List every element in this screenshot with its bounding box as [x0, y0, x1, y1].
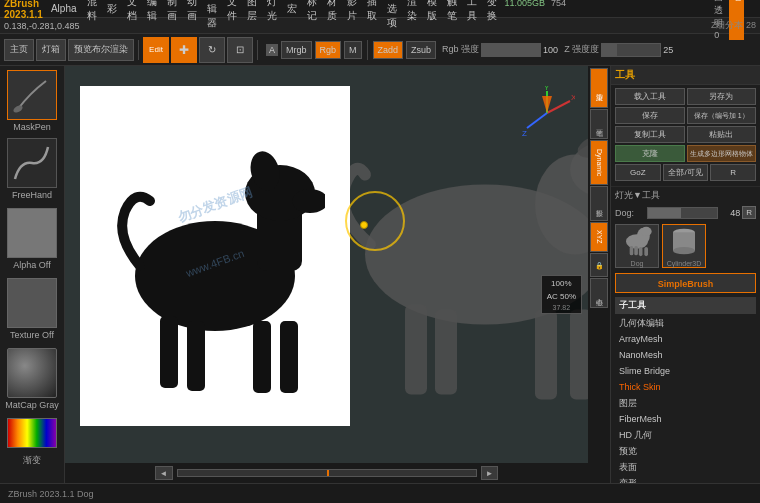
texture-selector[interactable]: Texture Off: [3, 278, 61, 340]
nano-mesh-item[interactable]: NanoMesh: [615, 347, 756, 363]
main-layout: MaskPen FreeHand Alpha Off Texture Off M…: [0, 66, 760, 483]
brush-preview[interactable]: [7, 70, 57, 120]
hd-geo-item[interactable]: HD 几何: [615, 427, 756, 443]
matcap-preview[interactable]: [7, 348, 57, 398]
z-intensity-slider[interactable]: [601, 43, 661, 57]
top-bar-item[interactable]: 触笔: [445, 0, 459, 23]
render-side-btn[interactable]: 渲染: [590, 68, 608, 108]
dog-thumb-label: Dog: [631, 260, 644, 267]
brush-selector[interactable]: MaskPen: [3, 70, 61, 132]
lock-side-btn[interactable]: 🔒: [590, 253, 608, 277]
save-btn[interactable]: 保存: [615, 107, 685, 124]
lightbox-tab[interactable]: 灯箱: [36, 39, 66, 61]
zoom-100-btn[interactable]: 100%: [546, 278, 577, 289]
scale-icon[interactable]: ⊡: [227, 37, 253, 63]
top-bar-item[interactable]: 影片: [345, 0, 359, 23]
quicksave-btn[interactable]: QuickSave: [665, 0, 709, 40]
top-bar-item[interactable]: Alpha: [49, 3, 79, 14]
zadd-btn[interactable]: Zadd: [373, 41, 404, 59]
save-numbered-btn[interactable]: 保存（编号加 1）: [687, 107, 757, 124]
m-btn[interactable]: M: [344, 41, 362, 59]
top-bar-item[interactable]: 渲染: [405, 0, 419, 23]
top-bar-item[interactable]: 工具: [465, 0, 479, 23]
viewport-overlay-icons: [87, 66, 91, 70]
dog-tool-thumb[interactable]: Dog: [615, 224, 659, 268]
top-bar-item[interactable]: 编辑: [145, 0, 159, 23]
save-as-btn[interactable]: 另存为: [687, 88, 757, 105]
top-bar-item[interactable]: 文档: [125, 0, 139, 23]
copy-tool-btn[interactable]: 复制工具: [615, 126, 685, 143]
move-icon[interactable]: ✚: [171, 37, 197, 63]
dynamic-side-btn[interactable]: Dynamic: [590, 140, 608, 185]
top-bar-item[interactable]: 插取: [365, 0, 379, 23]
top-bar-item[interactable]: 变换: [485, 0, 499, 23]
preview-render-tab[interactable]: 预览布尔渲染: [68, 39, 134, 61]
left-panel: MaskPen FreeHand Alpha Off Texture Off M…: [0, 66, 65, 483]
stroke-selector[interactable]: FreeHand: [3, 138, 61, 200]
top-bar-item[interactable]: 混料: [85, 0, 99, 23]
surface-item[interactable]: 表面: [615, 459, 756, 475]
viewport-bottom-bar: ◄ ►: [65, 463, 588, 483]
layers-item[interactable]: 图层: [615, 395, 756, 411]
rgb-btn[interactable]: Rgb: [315, 41, 342, 59]
timeline-bar[interactable]: [177, 469, 477, 477]
top-bar-item[interactable]: 模版: [425, 0, 439, 23]
top-bar-item[interactable]: 图层: [245, 0, 259, 23]
vp-btn-2[interactable]: ►: [481, 466, 499, 480]
cylinder-tool-thumb[interactable]: Cylinder3D: [662, 224, 706, 268]
import-tool-btn[interactable]: 载入工具: [615, 88, 685, 105]
texture-preview[interactable]: [7, 278, 57, 328]
top-bar-item[interactable]: 动画: [185, 0, 199, 23]
r-btn-slider[interactable]: R: [742, 206, 756, 219]
geo-edit-item[interactable]: 几何体编辑: [615, 315, 756, 331]
xyz-side-btn[interactable]: XYZ: [590, 222, 608, 252]
goz-btn[interactable]: GoZ: [615, 164, 661, 181]
simple-brush-btn[interactable]: SimpleBrush: [615, 273, 756, 293]
alpha-selector[interactable]: Alpha Off: [3, 208, 61, 270]
dog-slider[interactable]: [647, 207, 718, 219]
stroke-preview[interactable]: [7, 138, 57, 188]
top-bar-item[interactable]: 首选项: [385, 0, 399, 30]
fiber-mesh-item[interactable]: FiberMesh: [615, 411, 756, 427]
deformation-item[interactable]: 变形: [615, 475, 756, 483]
edit-icon[interactable]: Edit: [143, 37, 169, 63]
projection-side-btn[interactable]: 投影: [590, 186, 608, 221]
zoom-indicator[interactable]: 100% AC 50% 37.82: [541, 275, 582, 314]
center-side-btn[interactable]: 中心点: [590, 278, 608, 308]
stroke-side-btn[interactable]: 笔画: [590, 109, 608, 139]
clone-btn[interactable]: 克隆: [615, 145, 685, 162]
vp-btn-1[interactable]: ◄: [155, 466, 173, 480]
mrgb-btn[interactable]: Mrgb: [281, 41, 312, 59]
generate-mesh-btn[interactable]: 生成多边形网格物体: [687, 145, 757, 162]
top-bar-item[interactable]: 材质: [325, 0, 339, 23]
top-bar-item[interactable]: 文件: [225, 0, 239, 23]
matcap-selector[interactable]: MatCap Gray: [3, 348, 61, 410]
top-bar-item[interactable]: 标记: [305, 0, 319, 23]
status-text: ZBrush 2023.1.1 Dog: [8, 489, 94, 499]
slime-bridge-item[interactable]: Slime Bridge: [615, 363, 756, 379]
gradient-selector[interactable]: [7, 418, 57, 448]
all-visible-btn[interactable]: 全部/可见: [663, 164, 709, 181]
zoom-50-btn[interactable]: AC 50%: [546, 291, 577, 302]
top-bar-item[interactable]: 灯光: [265, 0, 279, 23]
alpha-preview[interactable]: [7, 208, 57, 258]
r-btn-top[interactable]: R: [710, 164, 756, 181]
preview-item[interactable]: 预览: [615, 443, 756, 459]
clone-row: 克隆 生成多边形网格物体: [615, 145, 756, 162]
rgb-intensity-slider[interactable]: [481, 43, 541, 57]
rotate-icon[interactable]: ↻: [199, 37, 225, 63]
top-bar-item[interactable]: 宏: [285, 2, 299, 16]
center-viewport[interactable]: 勿分发资源网 www.4FB.cn: [65, 66, 610, 483]
thick-skin-item[interactable]: Thick Skin: [615, 379, 756, 395]
svg-line-19: [547, 101, 570, 113]
top-bar-item[interactable]: 编辑器: [205, 0, 219, 30]
zsub-btn[interactable]: Zsub: [406, 41, 436, 59]
top-bar-item[interactable]: 彩: [105, 2, 119, 16]
home-tab[interactable]: 主页: [4, 39, 34, 61]
sep3: [367, 40, 368, 60]
light-tools-row: 灯光▼工具: [611, 187, 760, 204]
top-bar-item[interactable]: 制画: [165, 0, 179, 23]
paste-tool-btn[interactable]: 粘贴出: [687, 126, 757, 143]
subtool-header[interactable]: 子工具: [615, 297, 756, 314]
array-mesh-item[interactable]: ArrayMesh: [615, 331, 756, 347]
